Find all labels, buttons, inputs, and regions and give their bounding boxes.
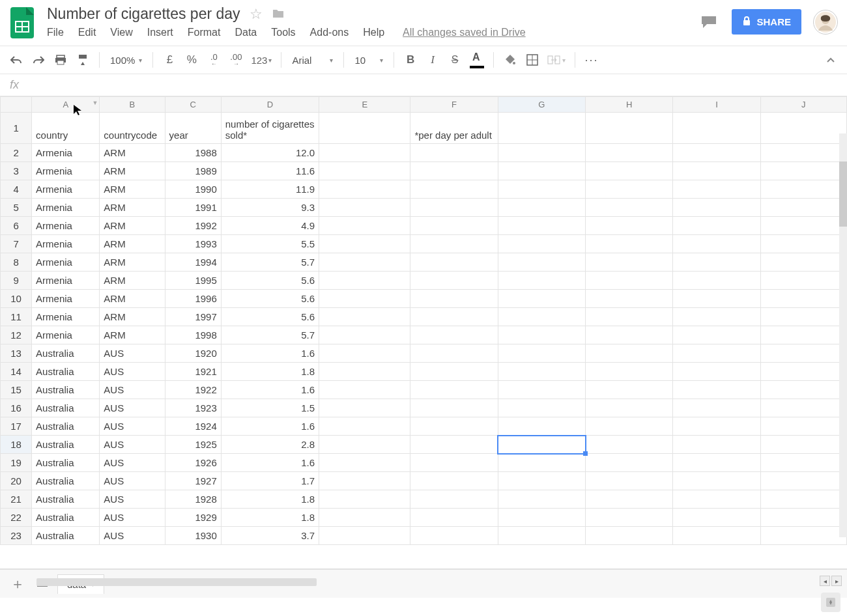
cell-I23[interactable]	[673, 527, 760, 545]
sheets-logo-icon[interactable]	[9, 5, 35, 40]
cell-E5[interactable]	[319, 199, 410, 217]
cell-E6[interactable]	[319, 217, 410, 235]
cell-G1[interactable]	[498, 113, 585, 144]
cell-J16[interactable]	[760, 399, 846, 417]
cell-A7[interactable]: Armenia	[32, 235, 100, 253]
cell-D22[interactable]: 1.8	[221, 509, 319, 527]
column-header-C[interactable]: C	[165, 97, 221, 113]
menu-help[interactable]: Help	[363, 27, 384, 38]
cell-J11[interactable]	[760, 308, 846, 326]
column-header-A[interactable]: A▼	[32, 97, 100, 113]
cell-H6[interactable]	[586, 217, 673, 235]
cell-E23[interactable]	[319, 527, 410, 545]
cell-G9[interactable]	[498, 272, 585, 290]
cell-F9[interactable]	[410, 272, 498, 290]
cell-F22[interactable]	[410, 509, 498, 527]
cell-F11[interactable]	[410, 308, 498, 326]
cell-G18[interactable]	[498, 436, 585, 454]
cell-C6[interactable]: 1992	[165, 217, 221, 235]
cell-I16[interactable]	[673, 399, 760, 417]
cell-D4[interactable]: 11.9	[221, 180, 319, 199]
cell-D2[interactable]: 12.0	[221, 144, 319, 162]
cell-H18[interactable]	[586, 436, 673, 454]
column-header-I[interactable]: I	[673, 97, 760, 113]
cell-E3[interactable]	[319, 162, 410, 180]
cell-G13[interactable]	[498, 344, 585, 363]
cell-H12[interactable]	[586, 326, 673, 344]
cell-A13[interactable]: Australia	[32, 344, 100, 363]
cell-H14[interactable]	[586, 363, 673, 381]
cell-E4[interactable]	[319, 180, 410, 199]
cell-G15[interactable]	[498, 381, 585, 399]
row-header-20[interactable]: 20	[1, 472, 32, 490]
cell-F21[interactable]	[410, 490, 498, 509]
explore-button[interactable]	[821, 593, 840, 612]
formula-input[interactable]	[30, 74, 842, 96]
cell-B17[interactable]: AUS	[100, 417, 165, 436]
cell-C11[interactable]: 1997	[165, 308, 221, 326]
collapse-toolbar-button[interactable]	[821, 55, 840, 65]
cell-A3[interactable]: Armenia	[32, 162, 100, 180]
cell-D10[interactable]: 5.6	[221, 290, 319, 308]
cell-G6[interactable]	[498, 217, 585, 235]
cell-C1[interactable]: year	[165, 113, 221, 144]
row-header-21[interactable]: 21	[1, 490, 32, 509]
cell-C17[interactable]: 1924	[165, 417, 221, 436]
cell-H21[interactable]	[586, 490, 673, 509]
column-header-F[interactable]: F	[410, 97, 498, 113]
cell-D8[interactable]: 5.7	[221, 253, 319, 272]
cell-D7[interactable]: 5.5	[221, 235, 319, 253]
cell-G23[interactable]	[498, 527, 585, 545]
share-button[interactable]: SHARE	[732, 9, 801, 35]
cell-F20[interactable]	[410, 472, 498, 490]
cell-H9[interactable]	[586, 272, 673, 290]
cell-I1[interactable]	[673, 113, 760, 144]
row-header-3[interactable]: 3	[1, 162, 32, 180]
horizontal-scrollbar[interactable]	[36, 578, 317, 586]
cell-J21[interactable]	[760, 490, 846, 509]
cell-B13[interactable]: AUS	[100, 344, 165, 363]
cell-C10[interactable]: 1996	[165, 290, 221, 308]
cell-J12[interactable]	[760, 326, 846, 344]
cell-A10[interactable]: Armenia	[32, 290, 100, 308]
cell-E22[interactable]	[319, 509, 410, 527]
row-header-6[interactable]: 6	[1, 217, 32, 235]
number-format-button[interactable]: 123▾	[248, 50, 274, 70]
cell-A17[interactable]: Australia	[32, 417, 100, 436]
cell-I8[interactable]	[673, 253, 760, 272]
cell-I17[interactable]	[673, 417, 760, 436]
cell-H22[interactable]	[586, 509, 673, 527]
cell-D15[interactable]: 1.6	[221, 381, 319, 399]
cell-J7[interactable]	[760, 235, 846, 253]
menu-data[interactable]: Data	[235, 27, 257, 38]
cell-A16[interactable]: Australia	[32, 399, 100, 417]
cell-F18[interactable]	[410, 436, 498, 454]
cell-H2[interactable]	[586, 144, 673, 162]
cell-D20[interactable]: 1.7	[221, 472, 319, 490]
cell-H11[interactable]	[586, 308, 673, 326]
cell-I18[interactable]	[673, 436, 760, 454]
column-header-H[interactable]: H	[586, 97, 673, 113]
cell-E10[interactable]	[319, 290, 410, 308]
text-color-button[interactable]: A	[467, 50, 487, 70]
cell-F17[interactable]	[410, 417, 498, 436]
merge-cells-button[interactable]: ▾	[545, 50, 568, 70]
decrease-decimal-button[interactable]: .0←	[204, 50, 223, 70]
vertical-scrollbar-thumb[interactable]	[839, 161, 847, 227]
cell-F8[interactable]	[410, 253, 498, 272]
cell-H7[interactable]	[586, 235, 673, 253]
cell-D11[interactable]: 5.6	[221, 308, 319, 326]
menu-edit[interactable]: Edit	[78, 27, 96, 38]
cell-J4[interactable]	[760, 180, 846, 199]
cell-A20[interactable]: Australia	[32, 472, 100, 490]
cell-I6[interactable]	[673, 217, 760, 235]
cell-E19[interactable]	[319, 454, 410, 472]
cell-J8[interactable]	[760, 253, 846, 272]
cell-E15[interactable]	[319, 381, 410, 399]
cell-B1[interactable]: countrycode	[100, 113, 165, 144]
select-all-cell[interactable]	[1, 97, 32, 113]
zoom-select[interactable]: 100% ▾	[106, 55, 146, 66]
cell-D3[interactable]: 11.6	[221, 162, 319, 180]
cell-D13[interactable]: 1.6	[221, 344, 319, 363]
folder-move-icon[interactable]	[272, 6, 285, 23]
